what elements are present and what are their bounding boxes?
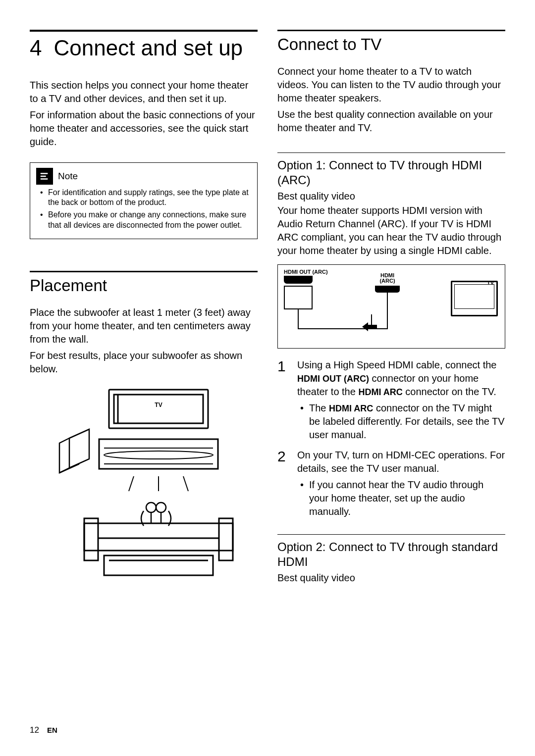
hdmi-arc-label: HDMI (ARC) <box>375 273 400 284</box>
subsection-rule <box>277 534 505 535</box>
page-footer: 12 EN <box>30 725 57 735</box>
step-2-bullet: If you cannot hear the TV audio through … <box>297 478 505 518</box>
chapter-rule <box>30 30 258 32</box>
connect-tv-heading: Connect to TV <box>277 35 505 54</box>
svg-point-13 <box>156 503 166 512</box>
subsection-rule <box>277 152 505 153</box>
arrow-icon <box>362 322 377 331</box>
option2-sub: Best quality video <box>277 572 505 584</box>
section-rule <box>277 30 505 31</box>
step-number: 2 <box>277 447 286 467</box>
chapter-title-text: Connect and set up <box>54 36 258 61</box>
placement-heading: Placement <box>30 276 258 295</box>
svg-line-11 <box>183 476 188 491</box>
placement-p2: For best results, place your subwoofer a… <box>30 349 258 376</box>
chapter-number: 4 <box>30 36 42 61</box>
svg-rect-16 <box>219 518 233 560</box>
svg-rect-3 <box>109 390 208 428</box>
svg-marker-20 <box>362 322 377 331</box>
step-1: 1 Using a High Speed HDMI cable, connect… <box>277 358 505 442</box>
option1-desc: Your home theater supports HDMI version … <box>277 204 505 257</box>
note-box: Note For identification and supply ratin… <box>30 162 258 239</box>
note-icon <box>36 168 53 185</box>
svg-rect-18 <box>104 555 213 575</box>
connect-tv-p2: Use the best quality connection availabl… <box>277 108 505 135</box>
intro-paragraph-1: This section helps you connect your home… <box>30 79 258 105</box>
svg-rect-15 <box>84 518 98 560</box>
svg-point-12 <box>146 503 156 512</box>
intro-paragraph-2: For information about the basic connecti… <box>30 108 258 149</box>
page-lang: EN <box>47 726 57 734</box>
option1-heading: Option 1: Connect to TV through HDMI (AR… <box>277 158 505 188</box>
page-number: 12 <box>30 725 39 735</box>
note-item: For identification and supply ratings, s… <box>48 188 251 208</box>
hdmi-out-label: HDMI OUT (ARC) <box>284 269 328 275</box>
option2-heading: Option 2: Connect to TV through standard… <box>277 540 505 569</box>
note-title: Note <box>58 171 78 182</box>
chapter-title: 4 Connect and set up <box>30 36 258 61</box>
placement-tv-label: TV <box>155 402 162 408</box>
placement-p1: Place the subwoofer at least 1 meter (3 … <box>30 306 258 346</box>
placement-diagram: TV <box>30 385 258 593</box>
svg-point-7 <box>104 451 213 459</box>
option1-sub: Best quality video <box>277 191 505 202</box>
svg-rect-14 <box>84 523 233 551</box>
hdmi-arc-diagram: HDMI OUT (ARC) HDMI (ARC) TV <box>277 264 505 349</box>
connect-tv-p1: Connect your home theater to a TV to wat… <box>277 65 505 105</box>
step-2: 2 On your TV, turn on HDMI-CEC operation… <box>277 449 505 518</box>
step-1-bullet: The HDMI ARC connector on the TV might b… <box>297 402 505 442</box>
note-item: Before you make or change any connection… <box>48 210 251 231</box>
svg-line-9 <box>129 476 134 491</box>
tv-label: TV <box>487 280 494 286</box>
section-rule <box>30 271 258 272</box>
step-number: 1 <box>277 356 286 377</box>
svg-rect-4 <box>114 395 203 423</box>
